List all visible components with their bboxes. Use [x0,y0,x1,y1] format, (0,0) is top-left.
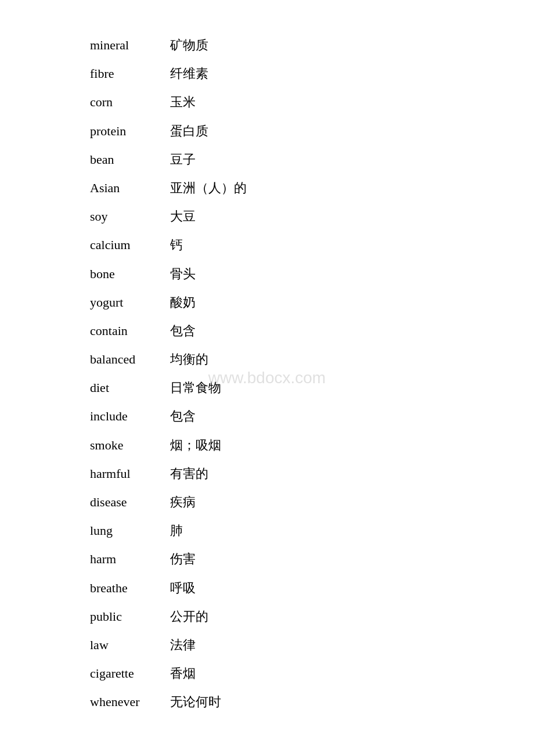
chinese-translation: 玉米 [170,92,196,112]
list-item: bone骨头 [90,264,534,284]
chinese-translation: 豆子 [170,149,196,170]
chinese-translation: 伤害 [170,549,196,569]
chinese-translation: 肺 [170,520,183,541]
chinese-translation: 矿物质 [170,35,208,55]
chinese-translation: 蛋白质 [170,121,208,141]
list-item: calcium钙 [90,235,534,255]
list-item: lung肺 [90,520,534,541]
chinese-translation: 有害的 [170,463,208,484]
chinese-translation: 呼吸 [170,578,196,598]
list-item: bean豆子 [90,149,534,170]
english-word: contain [90,321,165,341]
english-word: law [90,635,165,655]
list-item: law法律 [90,635,534,655]
english-word: soy [90,206,165,226]
chinese-translation: 烟；吸烟 [170,435,221,455]
chinese-translation: 均衡的 [170,349,208,369]
chinese-translation: 包含 [170,321,196,341]
english-word: public [90,606,165,627]
chinese-translation: 钙 [170,235,183,255]
list-item: Asian亚洲（人）的 [90,178,534,198]
english-word: mineral [90,35,165,55]
list-item: protein蛋白质 [90,121,534,141]
english-word: include [90,406,165,426]
chinese-translation: 大豆 [170,206,196,226]
english-word: harm [90,549,165,569]
english-word: fibre [90,63,165,84]
list-item: whenever无论何时 [90,692,534,712]
english-word: bean [90,149,165,170]
vocabulary-list: mineral矿物质fibre纤维素corn玉米protein蛋白质bean豆子… [0,0,534,755]
chinese-translation: 香烟 [170,663,196,683]
english-word: calcium [90,235,165,255]
chinese-translation: 无论何时 [170,692,221,712]
list-item: soy大豆 [90,206,534,226]
list-item: breathe呼吸 [90,578,534,598]
list-item: yogurt酸奶 [90,292,534,312]
list-item: smoke烟；吸烟 [90,435,534,455]
list-item: harm伤害 [90,549,534,569]
list-item: disease疾病 [90,492,534,512]
english-word: bone [90,264,165,284]
chinese-translation: 公开的 [170,606,208,627]
english-word: balanced [90,349,165,369]
chinese-translation: 疾病 [170,492,196,512]
english-word: Asian [90,178,165,198]
chinese-translation: 亚洲（人）的 [170,178,247,198]
list-item: balanced均衡的 [90,349,534,369]
list-item: diet日常食物 [90,377,534,398]
english-word: harmful [90,463,165,484]
english-word: smoke [90,435,165,455]
english-word: lung [90,520,165,541]
chinese-translation: 骨头 [170,264,196,284]
list-item: public公开的 [90,606,534,627]
list-item: fibre纤维素 [90,63,534,84]
chinese-translation: 酸奶 [170,292,196,312]
english-word: breathe [90,578,165,598]
chinese-translation: 日常食物 [170,377,221,398]
english-word: whenever [90,692,165,712]
list-item: cigarette香烟 [90,663,534,683]
english-word: disease [90,492,165,512]
chinese-translation: 包含 [170,406,196,426]
english-word: protein [90,121,165,141]
english-word: corn [90,92,165,112]
list-item: mineral矿物质 [90,35,534,55]
chinese-translation: 纤维素 [170,63,208,84]
list-item: contain包含 [90,321,534,341]
chinese-translation: 法律 [170,635,196,655]
list-item: harmful有害的 [90,463,534,484]
english-word: cigarette [90,663,165,683]
list-item: include包含 [90,406,534,426]
list-item: corn玉米 [90,92,534,112]
english-word: yogurt [90,292,165,312]
english-word: diet [90,377,165,398]
